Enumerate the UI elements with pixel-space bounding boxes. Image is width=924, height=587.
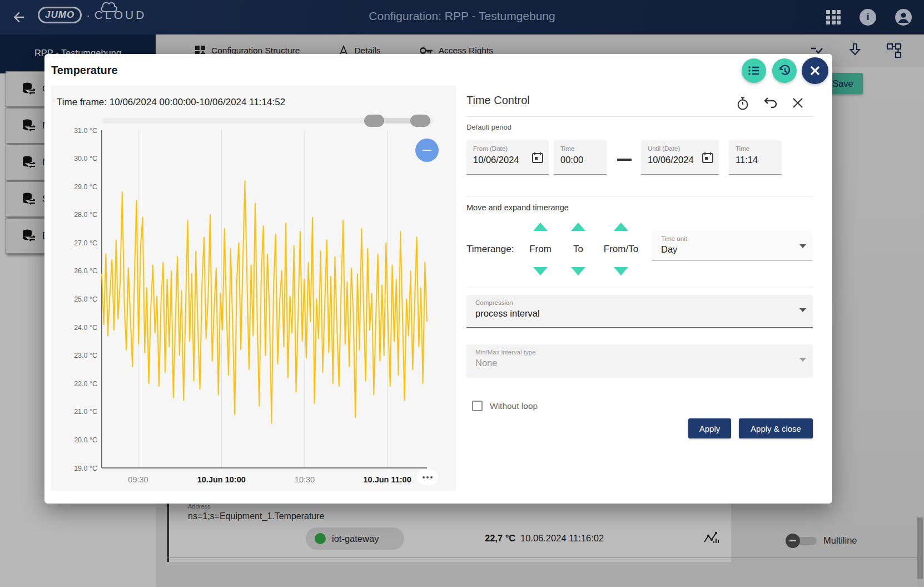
without-loop-checkbox[interactable]	[472, 401, 483, 411]
select-label: Time unit	[661, 235, 796, 242]
timerange-to-up-arrow[interactable]	[571, 223, 585, 231]
chart-menu-button[interactable]	[417, 470, 438, 485]
x-tick-label: 10.Jun 11:00	[364, 475, 411, 484]
calendar-icon[interactable]	[531, 151, 544, 164]
field-label: Time	[560, 145, 602, 152]
zoom-out-button[interactable]	[415, 139, 439, 162]
select-label: Min/Max interval type	[475, 349, 796, 356]
timerange-option-from: From	[524, 244, 557, 255]
select-value: None	[475, 358, 796, 368]
time-control-close-icon[interactable]	[791, 96, 806, 111]
y-tick-label: 27.0 °C	[74, 239, 97, 247]
time-unit-select[interactable]: Time unit Day	[652, 231, 813, 261]
divider	[466, 196, 813, 196]
y-tick-label: 28.0 °C	[74, 211, 97, 219]
x-tick-label: 09:30	[128, 475, 148, 484]
default-period-label: Default period	[466, 123, 511, 131]
from-date-field[interactable]: From (Date) 10/06/2024	[466, 140, 549, 175]
timerange-to-down-arrow[interactable]	[571, 267, 585, 275]
until-date-field[interactable]: Until (Date) 10/06/2024	[641, 140, 719, 175]
y-tick-label: 25.0 °C	[74, 295, 97, 303]
y-tick-label: 24.0 °C	[74, 324, 97, 332]
until-time-field[interactable]: Time 11:14	[729, 140, 782, 175]
move-expand-label: Move and expand timerange	[466, 203, 569, 212]
y-tick-label: 31.0 °C	[74, 127, 97, 135]
select-value: Day	[661, 244, 796, 255]
temperature-series-line	[102, 181, 427, 423]
y-tick-label: 29.0 °C	[74, 183, 97, 191]
y-tick-label: 30.0 °C	[74, 155, 97, 162]
divider	[466, 116, 813, 117]
timerange-option-to: To	[562, 244, 595, 255]
select-value: process interval	[475, 308, 796, 319]
divider	[466, 288, 813, 288]
timerange-fromto-down-arrow[interactable]	[614, 267, 628, 275]
timerange-fromto-up-arrow[interactable]	[614, 223, 628, 231]
chart-panel: Time frame: 10/06/2024 00:00:00-10/06/20…	[51, 86, 456, 491]
y-tick-label: 21.0 °C	[74, 408, 97, 416]
timerange-option-fromto: From/To	[599, 244, 643, 255]
range-dash	[617, 159, 632, 161]
select-label: Compression	[475, 299, 796, 306]
timerange-from-down-arrow[interactable]	[533, 267, 548, 275]
timerange-label: Timerange:	[466, 244, 514, 255]
minmax-interval-select[interactable]: Min/Max interval type None	[466, 344, 813, 378]
dialog-close-button[interactable]	[802, 57, 828, 84]
dialog-title: Temperature	[51, 64, 118, 77]
without-loop-label: Without loop	[490, 401, 538, 411]
y-tick-label: 22.0 °C	[74, 380, 97, 388]
temperature-line-chart: 31.0 °C30.0 °C29.0 °C28.0 °C27.0 °C26.0 …	[58, 125, 448, 492]
field-value: 11:14	[736, 155, 777, 165]
temperature-dialog: Temperature Time frame: 10/06/2024 00:00…	[44, 54, 832, 504]
x-tick-label: 10:30	[295, 475, 315, 484]
field-value: 00:00	[560, 155, 602, 165]
time-control-title: Time Control	[466, 94, 530, 107]
y-tick-label: 26.0 °C	[74, 267, 97, 275]
y-tick-label: 19.0 °C	[74, 465, 97, 472]
chevron-down-icon	[799, 358, 806, 362]
from-time-field[interactable]: Time 00:00	[554, 140, 607, 175]
timeframe-label: Time frame: 10/06/2024 00:00:00-10/06/20…	[57, 97, 285, 108]
apply-button[interactable]: Apply	[688, 418, 731, 438]
apply-close-button[interactable]: Apply & close	[739, 418, 813, 438]
y-tick-label: 20.0 °C	[74, 436, 97, 444]
undo-icon[interactable]	[763, 96, 777, 111]
compression-select[interactable]: Compression process interval	[466, 295, 813, 328]
y-tick-label: 23.0 °C	[74, 352, 97, 359]
list-view-button[interactable]	[742, 58, 766, 83]
timerange-from-up-arrow[interactable]	[533, 223, 548, 231]
stopwatch-icon[interactable]	[736, 96, 750, 111]
x-tick-label: 10.Jun 10:00	[197, 475, 246, 484]
chevron-down-icon	[799, 244, 806, 248]
history-button[interactable]	[772, 58, 797, 83]
chevron-down-icon	[799, 308, 806, 312]
calendar-icon[interactable]	[702, 151, 714, 164]
field-label: Time	[736, 145, 777, 152]
